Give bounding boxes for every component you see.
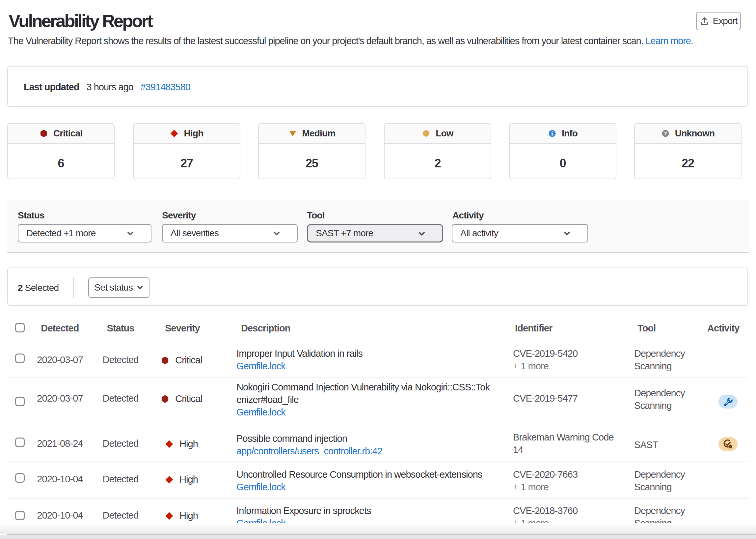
svg-text:?: ?	[664, 131, 667, 136]
